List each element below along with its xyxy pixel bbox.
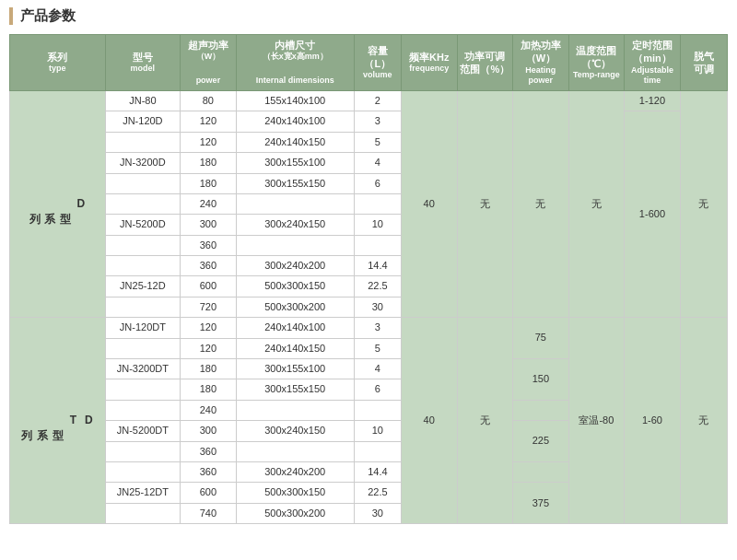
d-adj-cell: 无 xyxy=(457,90,513,317)
model-cell: JN-80 xyxy=(105,90,181,111)
col-freq: 频率KHzfrequency xyxy=(401,35,457,91)
col-heat: 加热功率（W）Heating power xyxy=(513,35,569,91)
col-dim: 内槽尺寸（长x宽x高mm）Internal dimensions xyxy=(236,35,354,91)
model-cell xyxy=(105,297,181,317)
model-cell xyxy=(105,441,181,461)
d-degas-cell: 无 xyxy=(680,90,727,317)
product-table: 系列type 型号model 超声功率（W）power 内槽尺寸（长x宽x高mm… xyxy=(9,34,728,524)
model-cell xyxy=(105,256,181,276)
model-cell: JN-3200DT xyxy=(105,359,181,379)
table-row: D T 型 系 列JN-120DT120240x140x100340无75室温-… xyxy=(10,318,728,338)
model-cell xyxy=(105,462,181,483)
model-cell xyxy=(105,193,181,214)
section-title: 产品参数 xyxy=(9,7,728,25)
model-cell: JN-3200D xyxy=(105,153,181,173)
model-cell xyxy=(105,503,181,523)
d-temp-cell: 无 xyxy=(568,90,625,317)
col-vol: 容量（L）volume xyxy=(354,35,401,91)
col-model: 型号model xyxy=(105,35,181,91)
dt-heat-empty2 xyxy=(513,462,569,483)
model-cell xyxy=(105,132,181,152)
dt-freq-cell: 40 xyxy=(401,318,457,524)
col-temp: 温度范围（℃）Temp-range xyxy=(568,35,625,91)
table-row: D 型 系 列JN-8080155x140x100240无无无1-120无 xyxy=(10,90,728,111)
dt-adj-cell: 无 xyxy=(457,318,513,524)
title-text: 产品参数 xyxy=(9,7,76,25)
dt-heat-75: 75 xyxy=(513,318,569,359)
table-wrapper: 系列type 型号model 超声功率（W）power 内槽尺寸（长x宽x高mm… xyxy=(9,34,728,524)
dt-temp-cell: 室温-80 xyxy=(568,318,625,524)
model-cell: JN-120DT xyxy=(105,318,181,338)
d-heat-cell: 无 xyxy=(513,90,569,317)
page-container: 产品参数 系列type 型号model 超声功率（W）power 内槽尺寸（长x… xyxy=(0,0,737,531)
model-cell xyxy=(105,379,181,400)
model-cell: JN-5200D xyxy=(105,215,181,235)
model-cell xyxy=(105,173,181,193)
dt-timer-cell: 1-60 xyxy=(625,318,681,524)
dt-heat-375: 375 xyxy=(513,483,569,524)
model-cell: JN25-12DT xyxy=(105,483,181,503)
dt-series-label: D T 型 系 列 xyxy=(10,318,106,524)
d-series-label: D 型 系 列 xyxy=(10,90,106,317)
model-cell xyxy=(105,235,181,255)
col-degas: 脱气可调 xyxy=(680,35,727,91)
col-timer: 定时范围（min）Adjustable time xyxy=(625,35,681,91)
dt-heat-150: 150 xyxy=(513,359,569,401)
model-cell xyxy=(105,338,181,358)
d-timer-cell-0: 1-120 xyxy=(625,90,681,111)
dt-heat-empty1 xyxy=(513,400,569,420)
dt-heat-225: 225 xyxy=(513,421,569,462)
col-series: 系列type xyxy=(10,35,106,91)
model-cell: JN-5200DT xyxy=(105,421,181,441)
d-freq-cell: 40 xyxy=(401,90,457,317)
model-cell: JN25-12D xyxy=(105,276,181,297)
model-cell xyxy=(105,400,181,420)
dt-degas-cell: 无 xyxy=(680,318,727,524)
model-cell: JN-120D xyxy=(105,111,181,132)
col-power: 超声功率（W）power xyxy=(181,35,237,91)
col-adj: 功率可调范围（%） xyxy=(457,35,513,91)
d-timer-cell-1: 1-600 xyxy=(625,111,681,318)
